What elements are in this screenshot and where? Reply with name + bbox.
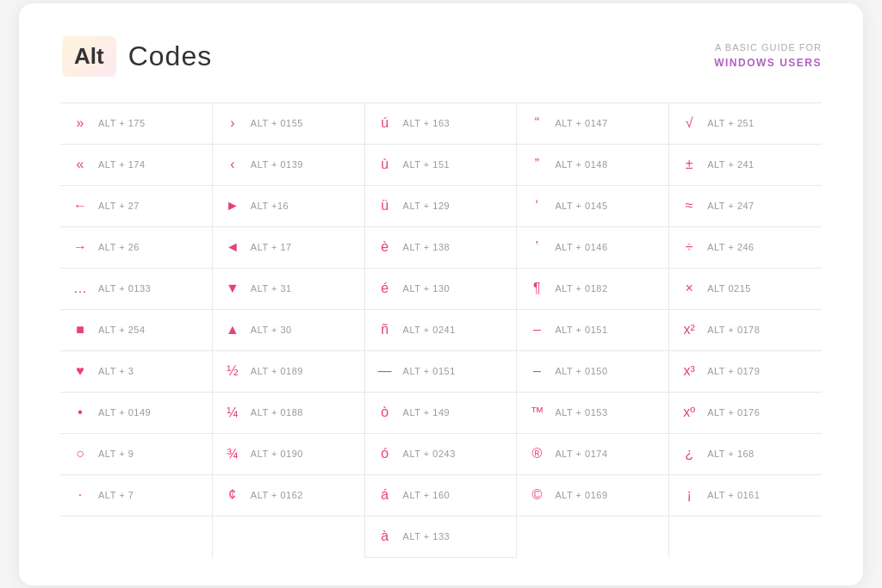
table-area: »ALT + 175«ALT + 174←ALT + 27→ALT + 26…A…	[60, 102, 822, 558]
table-row: –ALT + 0150	[517, 351, 668, 393]
alt-code: ALT + 0150	[555, 366, 607, 376]
symbol: xº	[680, 405, 699, 420]
symbol: ×	[680, 281, 699, 296]
table-row: ·ALT + 7	[60, 475, 212, 517]
table-row: óALT + 0243	[365, 434, 517, 475]
table-row: èALT + 138	[365, 227, 517, 269]
main-card: Alt Codes A BASIC GUIDE FOR WINDOWS USER…	[19, 3, 863, 585]
table-row: ≈ALT + 247	[669, 186, 822, 227]
table-row: ‘ALT + 0145	[517, 186, 668, 227]
logo-text: Alt	[74, 43, 104, 69]
alt-code: ALT + 241	[707, 159, 755, 170]
symbol: »	[71, 115, 90, 131]
alt-code: ALT + 0151	[555, 325, 607, 335]
table-row: «ALT + 174	[60, 145, 212, 186]
alt-code: ALT + 0189	[251, 366, 303, 376]
alt-code: ALT + 0153	[555, 407, 607, 418]
alt-code: ALT + 0176	[707, 407, 760, 418]
header: Alt Codes A BASIC GUIDE FOR WINDOWS USER…	[60, 34, 822, 78]
symbol: ○	[71, 446, 90, 461]
symbol: ’	[527, 239, 546, 255]
symbol: ÷	[680, 239, 699, 255]
table-row: ♥ALT + 3	[60, 351, 212, 393]
alt-code: ALT + 129	[403, 201, 450, 211]
alt-code: ALT + 0169	[555, 490, 607, 500]
alt-code: ALT + 0133	[98, 283, 151, 294]
alt-code: ALT + 246	[707, 242, 755, 252]
table-row: ”ALT + 0148	[517, 145, 668, 186]
symbol: ▲	[223, 322, 242, 337]
alt-code: ALT + 175	[98, 118, 146, 128]
table-row: →ALT + 26	[60, 227, 212, 269]
col-4: √ALT + 251±ALT + 241≈ALT + 247÷ALT + 246…	[669, 103, 822, 558]
alt-code: ALT + 7	[98, 490, 134, 500]
guide-line2: WINDOWS USERS	[714, 55, 822, 71]
symbol: √	[680, 115, 699, 131]
table-row: ¡ALT + 0161	[669, 475, 822, 517]
alt-code: ALT + 0161	[707, 490, 760, 500]
symbol: ±	[680, 157, 699, 172]
table-row: ►ALT +16	[213, 186, 364, 227]
alt-code: ALT + 31	[251, 283, 292, 294]
alt-code: ALT + 168	[707, 449, 755, 459]
alt-code: ALT 0215	[707, 283, 751, 294]
alt-code: ALT + 0190	[251, 449, 303, 459]
guide-line1: A BASIC GUIDE FOR	[715, 42, 822, 53]
symbol: ¢	[223, 487, 242, 503]
symbol: —	[376, 363, 394, 379]
symbol: ¼	[223, 405, 242, 420]
symbol: ←	[71, 198, 90, 214]
alt-code: ALT +16	[251, 201, 289, 211]
alt-code: ALT + 247	[707, 201, 755, 211]
logo-area: Alt Codes	[60, 34, 212, 78]
col-3: “ALT + 0147”ALT + 0148‘ALT + 0145’ALT + …	[517, 103, 669, 558]
table-row: ×ALT 0215	[669, 269, 822, 310]
logo-box: Alt	[60, 34, 118, 78]
alt-code: ALT + 130	[403, 283, 450, 294]
table-row: ¿ALT + 168	[669, 434, 822, 475]
symbol: ▼	[223, 281, 242, 296]
table-row: ▲ALT + 30	[213, 310, 364, 351]
alt-code: ALT + 0162	[251, 490, 303, 500]
table-row: àALT + 133	[365, 517, 517, 558]
table-row: üALT + 129	[365, 186, 517, 227]
table-row: ’ALT + 0146	[517, 227, 668, 269]
table-row: ▼ALT + 31	[213, 269, 364, 310]
alt-code: ALT + 0178	[707, 325, 760, 335]
symbol: x³	[680, 363, 699, 379]
symbol: ½	[223, 363, 242, 379]
table-row: ■ALT + 254	[60, 310, 212, 351]
table-row: ¶ALT + 0182	[517, 269, 668, 310]
symbol: ú	[376, 115, 394, 131]
table-row: “ALT + 0147	[517, 103, 668, 145]
table-row: ùALT + 151	[365, 145, 517, 186]
alt-code: ALT + 133	[403, 531, 450, 542]
symbol: á	[376, 487, 394, 503]
symbol: ò	[376, 405, 394, 420]
table-row: ¾ALT + 0190	[213, 434, 364, 475]
alt-code: ALT + 0241	[403, 325, 456, 335]
symbol: “	[527, 115, 546, 131]
table-row: òALT + 149	[365, 393, 517, 434]
alt-code: ALT + 0145	[555, 201, 607, 211]
alt-code: ALT + 3	[98, 366, 134, 376]
table-row: ÷ALT + 246	[669, 227, 822, 269]
symbol: ®	[527, 446, 546, 461]
alt-code: ALT + 160	[403, 490, 450, 500]
table-row: ½ALT + 0189	[213, 351, 364, 393]
alt-code: ALT + 0139	[251, 159, 303, 170]
table-row: áALT + 160	[365, 475, 517, 517]
alt-code: ALT + 0147	[555, 118, 607, 128]
alt-code: ALT + 0182	[555, 283, 607, 294]
alt-code: ALT + 149	[403, 407, 450, 418]
symbol: à	[376, 529, 394, 544]
alt-code: ALT + 0243	[403, 449, 456, 459]
table-row: ○ALT + 9	[60, 434, 212, 475]
table-row: ‹ALT + 0139	[213, 145, 364, 186]
alt-code: ALT + 0148	[555, 159, 607, 170]
alt-code: ALT + 174	[98, 159, 146, 170]
table-row: x²ALT + 0178	[669, 310, 822, 351]
table-row: ←ALT + 27	[60, 186, 212, 227]
table-row: ®ALT + 0174	[517, 434, 668, 475]
symbol: ◄	[223, 239, 242, 255]
